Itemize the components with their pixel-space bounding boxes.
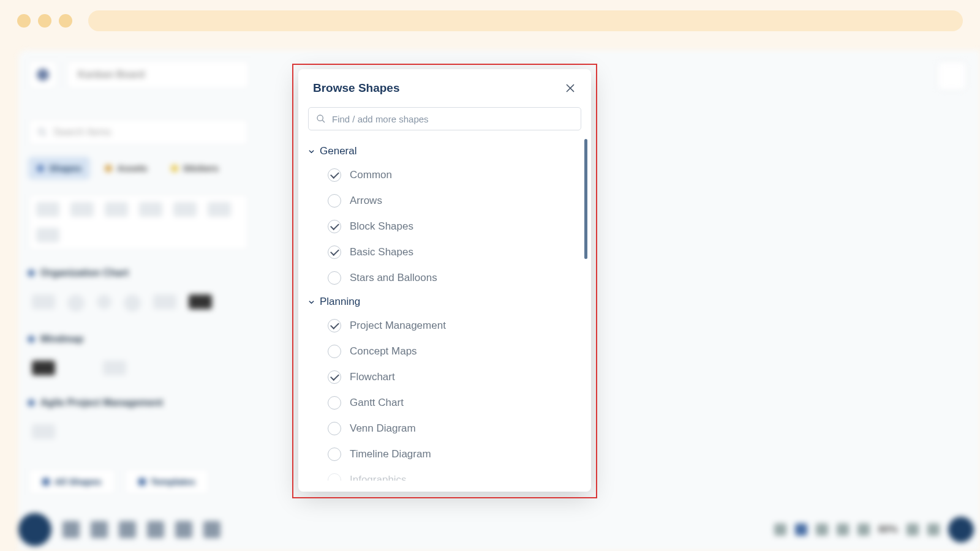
help-button[interactable] <box>948 517 974 542</box>
shape-search-input[interactable] <box>332 114 573 124</box>
shape-item[interactable]: Project Management <box>308 313 581 339</box>
tab-stickers[interactable]: Stickers <box>162 157 227 179</box>
browse-shapes-modal: Browse Shapes GeneralCommonArrowsBlock S… <box>298 69 591 492</box>
shape-checkbox[interactable] <box>328 396 341 410</box>
tool-line[interactable] <box>175 521 192 538</box>
shape-checkbox[interactable] <box>328 246 341 259</box>
tab-assets[interactable]: Assets <box>96 157 156 179</box>
shape-item[interactable]: Infographics <box>308 467 581 481</box>
tool-text[interactable] <box>147 521 164 538</box>
section-mindmap[interactable]: Mindmap <box>28 334 249 345</box>
search-icon <box>37 127 47 137</box>
shape-item[interactable]: Stars and Balloons <box>308 265 581 291</box>
sidebar-search[interactable]: Search Items <box>28 119 249 146</box>
shape-checkbox[interactable] <box>328 345 341 358</box>
shape-checkbox[interactable] <box>328 168 341 182</box>
tool-2[interactable] <box>91 521 108 538</box>
shape-label: Flowchart <box>350 371 395 383</box>
nav-3[interactable] <box>816 523 828 536</box>
board-title[interactable]: Kanban Board <box>66 60 250 89</box>
shape-item[interactable]: Concept Maps <box>308 339 581 364</box>
tool-1[interactable] <box>62 521 80 538</box>
shape-checkbox[interactable] <box>328 271 341 285</box>
all-shapes-button[interactable]: All Shapes <box>28 468 116 495</box>
shape-item[interactable]: Block Shapes <box>308 214 581 239</box>
shape-checkbox[interactable] <box>328 194 341 208</box>
nav-4[interactable] <box>837 523 849 536</box>
search-icon <box>316 114 326 124</box>
category-header-planning[interactable]: Planning <box>308 291 581 313</box>
zoom-in[interactable] <box>907 523 919 536</box>
app-menu-button[interactable] <box>28 60 58 89</box>
shape-label: Block Shapes <box>350 220 413 233</box>
nav-2[interactable] <box>795 523 807 536</box>
zoom-out[interactable] <box>858 523 870 536</box>
shape-item[interactable]: Flowchart <box>308 364 581 390</box>
tab-shapes[interactable]: Shapes <box>28 157 90 179</box>
shape-item[interactable]: Venn Diagram <box>308 416 581 441</box>
templates-button[interactable]: Templates <box>124 468 209 495</box>
browser-chrome <box>0 0 980 42</box>
shape-label: Gantt Chart <box>350 397 404 409</box>
url-bar[interactable] <box>88 10 963 31</box>
shape-checkbox[interactable] <box>328 473 341 481</box>
shape-item[interactable]: Gantt Chart <box>308 390 581 416</box>
shape-checkbox[interactable] <box>328 422 341 435</box>
shape-checkbox[interactable] <box>328 370 341 384</box>
shape-label: Timeline Diagram <box>350 448 431 460</box>
shape-item[interactable]: Common <box>308 162 581 188</box>
scrollbar[interactable] <box>584 139 587 259</box>
svg-line-5 <box>322 120 325 122</box>
shape-label: Stars and Balloons <box>350 272 437 284</box>
shape-checkbox[interactable] <box>328 220 341 233</box>
shape-search[interactable] <box>308 107 581 130</box>
shape-label: Basic Shapes <box>350 246 413 258</box>
shape-quick-grid <box>28 194 249 250</box>
svg-point-4 <box>317 115 323 121</box>
shape-checkbox[interactable] <box>328 448 341 461</box>
shape-label: Concept Maps <box>350 345 417 358</box>
chevron-down-icon <box>308 299 315 305</box>
zoom-level: 80% <box>878 524 898 535</box>
traffic-light-minimize[interactable] <box>38 14 51 28</box>
shape-item[interactable]: Timeline Diagram <box>308 441 581 467</box>
shape-label: Project Management <box>350 320 446 332</box>
nav-1[interactable] <box>774 523 786 536</box>
sidebar: Search Items Shapes Assets Stickers Orga… <box>28 119 249 495</box>
category-header-general[interactable]: General <box>308 140 581 162</box>
close-button[interactable] <box>564 82 576 94</box>
modal-body: GeneralCommonArrowsBlock ShapesBasic Sha… <box>298 135 591 481</box>
add-button[interactable] <box>18 513 51 546</box>
shape-item[interactable]: Arrows <box>308 188 581 214</box>
chevron-down-icon <box>308 148 315 155</box>
modal-title: Browse Shapes <box>313 81 400 95</box>
tool-pen[interactable] <box>203 521 221 538</box>
shape-label: Infographics <box>350 474 407 481</box>
section-org-chart[interactable]: Organization Chart <box>28 268 249 279</box>
traffic-lights <box>17 14 72 28</box>
bottom-toolbar: 80% <box>18 513 974 546</box>
shape-label: Arrows <box>350 195 382 207</box>
fullscreen[interactable] <box>927 523 940 536</box>
traffic-light-close[interactable] <box>17 14 31 28</box>
shape-checkbox[interactable] <box>328 319 341 332</box>
section-agile[interactable]: Agile Project Management <box>28 397 249 408</box>
comment-button[interactable] <box>937 61 967 91</box>
close-icon <box>566 84 575 92</box>
tool-3[interactable] <box>119 521 136 538</box>
shape-label: Common <box>350 169 392 181</box>
shape-item[interactable]: Basic Shapes <box>308 239 581 265</box>
svg-line-1 <box>43 133 45 135</box>
svg-point-0 <box>39 129 44 134</box>
shape-label: Venn Diagram <box>350 422 416 435</box>
traffic-light-maximize[interactable] <box>59 14 72 28</box>
